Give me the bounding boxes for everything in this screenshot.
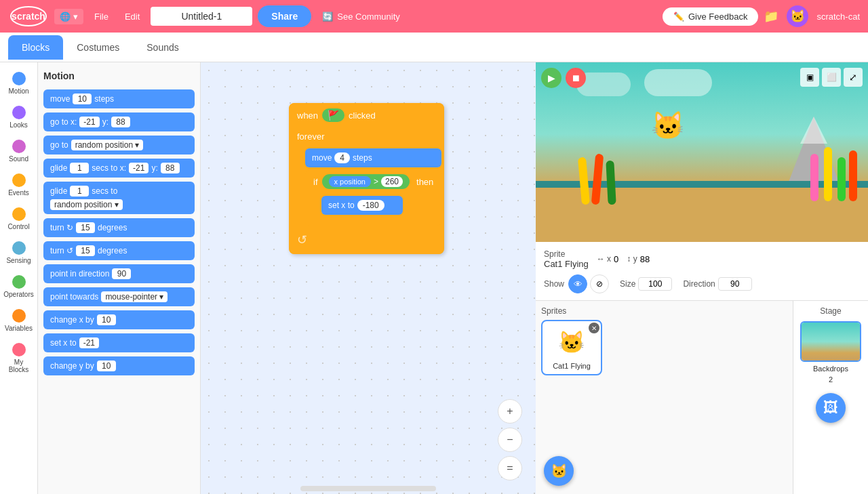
stage-mini-thumbnail[interactable] [800, 321, 861, 362]
globe-icon: 🌐 [60, 12, 71, 22]
sprite-y-value[interactable]: 88 [640, 254, 650, 264]
direction-input[interactable] [718, 277, 752, 291]
block-point-towards[interactable]: point towards mouse-pointer ▾ [43, 287, 195, 306]
zoom-out-button[interactable]: − [498, 428, 522, 452]
block-glide-to-xy[interactable]: glide 1 secs to x: -21 y: 88 [43, 159, 195, 178]
events-label: Events [8, 189, 29, 197]
condition-block[interactable]: x position > 260 [322, 174, 410, 189]
language-selector[interactable]: 🌐 ▾ [54, 9, 83, 24]
variables-label: Variables [5, 325, 33, 332]
zoom-in-button[interactable]: + [498, 399, 522, 424]
tab-costumes[interactable]: Costumes [63, 35, 133, 60]
block-turn-ccw[interactable]: turn ↺ 15 degrees [43, 241, 195, 260]
if-body: set x to -180 [305, 193, 441, 218]
small-stage-button[interactable]: ▣ [800, 68, 819, 87]
stage-expand-controls: ▣ ⬜ ⤢ [800, 68, 863, 87]
forever-footer: ↺ [289, 228, 444, 254]
backdrops-label: Backdrops [813, 365, 848, 373]
control-dot [12, 207, 26, 221]
edit-menu[interactable]: Edit [119, 9, 145, 24]
forever-block[interactable]: forever [289, 127, 444, 146]
sprite-x-value[interactable]: 0 [614, 254, 618, 264]
tab-sounds[interactable]: Sounds [133, 35, 192, 60]
category-panel: Motion Looks Sound Events Control Sensin… [0, 62, 38, 494]
set-x-block[interactable]: set x to -180 [321, 196, 403, 215]
plants [807, 140, 861, 208]
block-move-steps[interactable]: move 10 steps [43, 89, 195, 108]
stop-button[interactable]: ⏹ [566, 68, 586, 88]
sprite-thumbnail-cat1[interactable]: ✕ 🐱 Cat1 Flying [541, 320, 602, 375]
stage-mini-bg [802, 323, 860, 361]
sprite-thumb-image: 🐱 [551, 325, 592, 359]
category-operators[interactable]: Operators [1, 271, 37, 302]
green-flag-button[interactable]: ▶ [541, 68, 561, 88]
fullscreen-button[interactable]: ⤢ [844, 68, 863, 87]
tabs-row: Blocks Costumes Sounds [0, 33, 868, 62]
show-visible-button[interactable]: 👁 [568, 274, 587, 293]
show-buttons: 👁 ⊘ [568, 274, 609, 293]
code-stack[interactable]: when 🚩 clicked forever move 4 [289, 103, 444, 254]
block-change-x[interactable]: change x by 10 [43, 310, 195, 329]
sensing-label: Sensing [6, 257, 31, 264]
gt-value-input[interactable]: 260 [381, 176, 403, 187]
avatar[interactable]: 🐱 [787, 5, 808, 27]
size-input[interactable] [638, 277, 672, 291]
category-control[interactable]: Control [1, 203, 37, 234]
see-community-button[interactable]: 🔄 See Community [317, 9, 405, 24]
block-change-y[interactable]: change y by 10 [43, 356, 195, 375]
block-turn-cw[interactable]: turn ↻ 15 degrees [43, 218, 195, 237]
category-looks[interactable]: Looks [1, 102, 37, 133]
scripts-area[interactable]: when 🚩 clicked forever move 4 [201, 62, 536, 494]
gt-operator: > [374, 177, 378, 186]
block-go-to-xy[interactable]: go to x: -21 y: 88 [43, 112, 195, 131]
motion-dot [12, 72, 26, 85]
category-sensing[interactable]: Sensing [1, 237, 37, 268]
category-myblocks[interactable]: My Blocks [1, 339, 37, 377]
events-dot [12, 173, 26, 187]
category-motion[interactable]: Motion [1, 68, 37, 99]
zoom-controls: + − = [498, 399, 522, 480]
when-label: when [297, 110, 318, 121]
file-menu[interactable]: File [89, 9, 114, 24]
lang-chevron: ▾ [73, 12, 78, 22]
stage-area: 🐱 ▶ ⏹ ▣ ⬜ ⤢ [536, 62, 868, 242]
set-x-input[interactable]: -180 [357, 200, 384, 211]
backdrops-count: 2 [829, 375, 833, 384]
give-feedback-button[interactable]: ✏️ Give Feedback [663, 7, 758, 26]
sprite-close-button[interactable]: ✕ [589, 323, 599, 333]
category-variables[interactable]: Variables [1, 305, 37, 336]
share-button[interactable]: Share [258, 5, 311, 27]
sprite-info: Sprite Cat1 Flying ↔ x 0 ↕ y 88 Show 👁 [536, 242, 868, 301]
sprite-thumb-name: Cat1 Flying [553, 362, 591, 370]
x-position-block[interactable]: x position [329, 176, 371, 187]
add-sprite-button[interactable]: 🐱 [544, 456, 574, 486]
username-label[interactable]: scratch-cat [816, 12, 860, 22]
looks-label: Looks [9, 121, 28, 129]
category-sound[interactable]: Sound [1, 136, 37, 167]
topbar-right: 📁 🐱 scratch-cat [764, 5, 860, 27]
block-point-direction[interactable]: point in direction 90 [43, 264, 195, 283]
zoom-reset-button[interactable]: = [498, 456, 522, 480]
sprites-header: Sprites [541, 306, 787, 316]
when-flag-block[interactable]: when 🚩 clicked [289, 103, 444, 127]
sprite-list-area: Sprites ✕ 🐱 Cat1 Flying 🐱 Stage [536, 301, 868, 494]
clicked-label: clicked [349, 110, 376, 121]
show-hidden-button[interactable]: ⊘ [590, 274, 609, 293]
sprites-column: Sprites ✕ 🐱 Cat1 Flying [536, 301, 793, 494]
if-block[interactable]: if x position > 260 then [305, 170, 441, 226]
add-backdrop-button[interactable]: 🖼 [816, 393, 846, 423]
big-stage-button[interactable]: ⬜ [822, 68, 841, 87]
category-events[interactable]: Events [1, 169, 37, 201]
block-go-to-position[interactable]: go to random position ▾ [43, 136, 195, 155]
scripts-scrollbar[interactable] [300, 486, 436, 491]
stage-column-header: Stage [820, 306, 841, 316]
block-set-x[interactable]: set x to -21 [43, 333, 195, 352]
save-folder-icon[interactable]: 📁 [764, 9, 778, 24]
tab-blocks[interactable]: Blocks [8, 35, 63, 60]
move-4-steps-block[interactable]: move 4 steps [305, 148, 441, 167]
scratch-logo[interactable]: scratch [8, 4, 49, 28]
block-glide-to-position[interactable]: glide 1 secs to random position ▾ [43, 182, 195, 214]
move-steps-input[interactable]: 4 [334, 152, 350, 163]
variables-dot [12, 309, 26, 323]
project-title-input[interactable] [151, 7, 252, 26]
